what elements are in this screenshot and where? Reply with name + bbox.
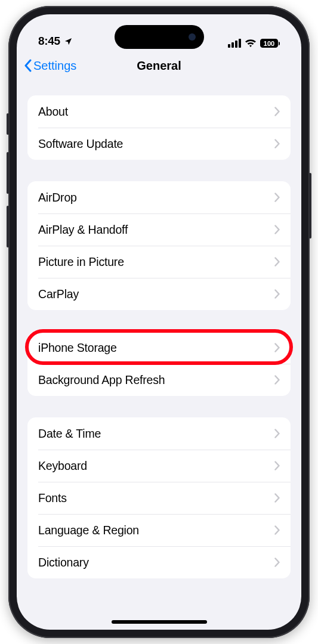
settings-group: AirDropAirPlay & HandoffPicture in Pictu…	[27, 181, 291, 310]
phone-frame: 8:45 100 Settings General AboutSoftware …	[8, 6, 310, 638]
row-background-app-refresh[interactable]: Background App Refresh	[27, 364, 291, 396]
chevron-right-icon	[274, 525, 280, 535]
page-title: General	[137, 59, 181, 73]
row-iphone-storage[interactable]: iPhone Storage	[27, 332, 291, 364]
cellular-icon	[228, 39, 241, 48]
nav-bar: Settings General	[17, 50, 301, 81]
row-label: Picture in Picture	[38, 255, 274, 269]
row-picture-in-picture[interactable]: Picture in Picture	[27, 246, 291, 278]
camera-dot	[189, 33, 196, 41]
screen: 8:45 100 Settings General AboutSoftware …	[17, 14, 301, 630]
row-label: About	[38, 105, 274, 119]
row-keyboard[interactable]: Keyboard	[27, 450, 291, 482]
row-label: Fonts	[38, 491, 274, 505]
home-indicator[interactable]	[112, 620, 207, 624]
row-label: AirDrop	[38, 191, 274, 205]
row-software-update[interactable]: Software Update	[27, 128, 291, 160]
chevron-right-icon	[274, 193, 280, 202]
row-label: Dictionary	[38, 556, 274, 569]
wifi-icon	[245, 39, 257, 48]
chevron-left-icon	[24, 59, 32, 72]
chevron-right-icon	[274, 139, 280, 148]
chevron-right-icon	[274, 225, 280, 234]
status-left: 8:45	[38, 35, 73, 48]
settings-group: AboutSoftware Update	[27, 95, 291, 160]
row-language-region[interactable]: Language & Region	[27, 514, 291, 546]
settings-content[interactable]: AboutSoftware UpdateAirDropAirPlay & Han…	[17, 81, 301, 578]
row-label: Background App Refresh	[38, 373, 274, 387]
row-label: AirPlay & Handoff	[38, 223, 274, 237]
volume-up-button	[7, 152, 9, 194]
mute-switch	[7, 113, 9, 135]
location-icon	[64, 37, 73, 46]
row-label: iPhone Storage	[38, 341, 274, 355]
row-label: Date & Time	[38, 427, 274, 441]
row-dictionary[interactable]: Dictionary	[27, 546, 291, 578]
chevron-right-icon	[274, 107, 280, 116]
dynamic-island	[115, 25, 204, 49]
row-label: Keyboard	[38, 459, 274, 473]
battery-level: 100	[264, 40, 274, 47]
chevron-right-icon	[274, 493, 280, 503]
battery-icon: 100	[260, 39, 280, 48]
row-date-time[interactable]: Date & Time	[27, 417, 291, 450]
settings-group: Date & TimeKeyboardFontsLanguage & Regio…	[27, 417, 291, 578]
row-label: Language & Region	[38, 524, 274, 537]
row-airplay-handoff[interactable]: AirPlay & Handoff	[27, 213, 291, 246]
chevron-right-icon	[274, 429, 280, 438]
back-button[interactable]: Settings	[24, 59, 76, 73]
row-airdrop[interactable]: AirDrop	[27, 181, 291, 213]
settings-group: iPhone StorageBackground App Refresh	[27, 332, 291, 396]
chevron-right-icon	[274, 558, 280, 567]
chevron-right-icon	[274, 343, 280, 352]
chevron-right-icon	[274, 257, 280, 267]
status-time: 8:45	[38, 35, 60, 48]
row-fonts[interactable]: Fonts	[27, 482, 291, 514]
volume-down-button	[7, 206, 9, 247]
row-about[interactable]: About	[27, 95, 291, 128]
power-button	[309, 173, 311, 239]
back-label: Settings	[33, 59, 76, 73]
row-label: CarPlay	[38, 287, 274, 301]
status-right: 100	[228, 39, 280, 48]
row-carplay[interactable]: CarPlay	[27, 278, 291, 310]
chevron-right-icon	[274, 289, 280, 299]
chevron-right-icon	[274, 461, 280, 470]
chevron-right-icon	[274, 375, 280, 385]
row-label: Software Update	[38, 137, 274, 151]
